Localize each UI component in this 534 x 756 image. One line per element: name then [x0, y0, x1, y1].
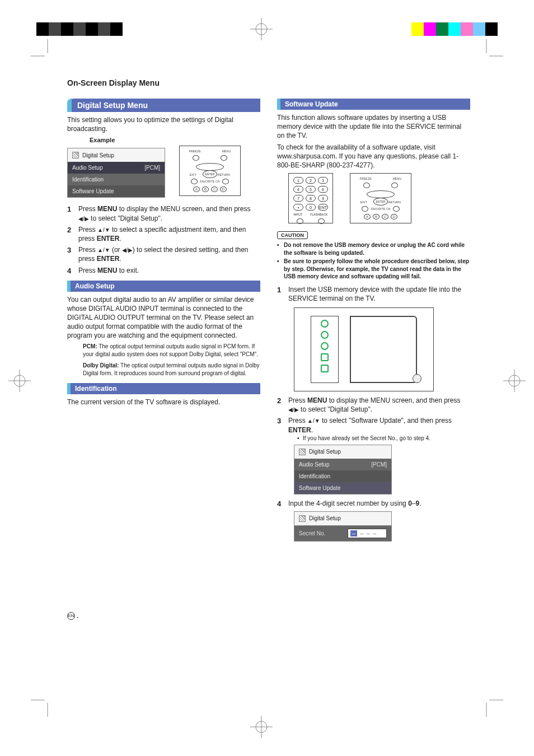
caution-list: Do not remove the USB memory device or u…	[277, 241, 470, 281]
secret-no-box: Digital Setup Secret No. –– – – ––––	[294, 511, 392, 542]
su-steps-2: 2Press MENU to display the MENU screen, …	[277, 396, 470, 442]
reg-mark-top	[250, 18, 273, 40]
identification-body: The current version of the TV software i…	[67, 398, 260, 407]
example-menu-box: Digital Setup Audio Setup[PCM] Identific…	[67, 148, 165, 198]
crop-mark	[481, 694, 503, 717]
example-label: Example	[90, 137, 260, 143]
menu-item: Audio Setup	[72, 165, 103, 171]
menu-item: Software Update	[72, 188, 114, 194]
page-title: On-Screen Display Menu	[67, 78, 470, 87]
remote-diagram-2: FREEZEMENU ENTER EXITRETURN FAVORITE CH …	[350, 173, 411, 223]
page-dash: -	[77, 614, 78, 620]
reg-mark-left	[8, 370, 31, 392]
audio-setup-heading: Audio Setup	[67, 281, 260, 292]
remote-diagram: FREEZEMENU ENTER EXITRETURN FAVORITE CH …	[179, 146, 241, 196]
menu-item: Software Update	[299, 485, 341, 491]
identification-heading: Identification	[67, 383, 260, 394]
caution-label: CAUTION	[277, 231, 308, 239]
menu-icon	[72, 152, 79, 158]
menu-title: Digital Setup	[309, 449, 341, 455]
su-step-4: 4Input the 4-digit secret number by usin…	[277, 499, 470, 508]
menu-box-2: Digital Setup Audio Setup[PCM] Identific…	[294, 445, 392, 494]
digital-setup-menu-heading: Digital Setup Menu	[67, 99, 260, 112]
secret-no-input: –– – – ––––	[348, 529, 387, 538]
steps-left: 1Press MENU to display the MENU screen, …	[67, 204, 260, 274]
keypad-diagram: 123 456 789 •0ENT INPUTFLASHBACK	[288, 173, 333, 223]
su-steps: 1Insert the USB memory device with the u…	[277, 285, 470, 303]
secret-no-label: Secret No.	[299, 530, 325, 536]
crop-mark	[31, 39, 53, 62]
crop-mark	[481, 39, 503, 62]
menu-icon	[299, 449, 306, 455]
su-p1: This function allows software updates by…	[277, 113, 470, 141]
crop-mark	[31, 694, 53, 717]
left-column: Digital Setup Menu This setting allows y…	[67, 99, 260, 542]
menu-item: Audio Setup	[299, 461, 330, 468]
menu-item: Identification	[72, 176, 104, 183]
menu-title: Digital Setup	[309, 515, 341, 521]
reg-mark-right	[503, 370, 526, 392]
right-column: Software Update This function allows sof…	[277, 99, 470, 542]
language-badge: EN	[67, 612, 75, 620]
menu-icon	[299, 515, 306, 522]
usb-tv-illustration	[294, 307, 434, 391]
software-update-heading: Software Update	[277, 99, 470, 110]
menu-item: Identification	[299, 473, 330, 479]
keypad-and-remote-diagram: 123 456 789 •0ENT INPUTFLASHBACK FREEZEM…	[288, 173, 470, 223]
menu-title: Digital Setup	[82, 152, 114, 158]
reg-mark-bottom	[250, 716, 273, 738]
su-p2: To check for the availability of a softw…	[277, 143, 470, 170]
audio-setup-body: You can output digital audio to an AV am…	[67, 295, 260, 340]
intro-text: This setting allows you to optimize the …	[67, 115, 260, 133]
